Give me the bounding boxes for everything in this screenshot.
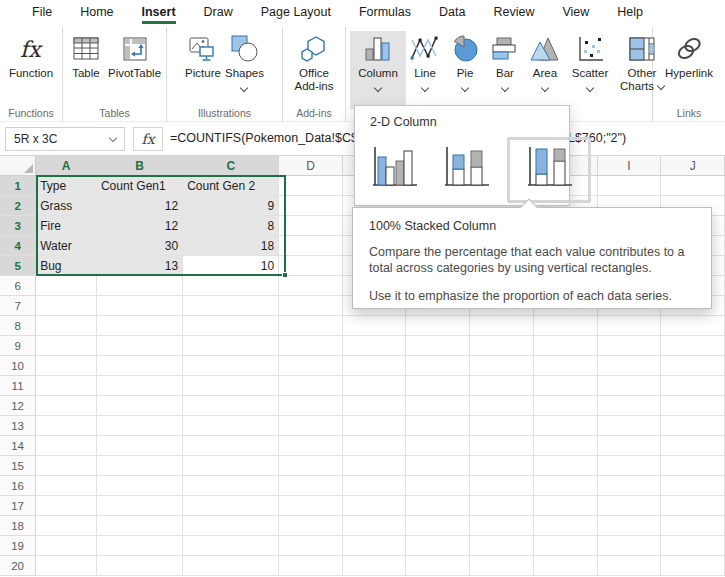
picture-button[interactable]: Picture [183, 31, 223, 107]
cell-C11[interactable] [183, 376, 279, 396]
tab-formulas[interactable]: Formulas [345, 0, 425, 21]
cell-G19[interactable] [470, 536, 534, 556]
cell-D18[interactable] [279, 516, 343, 536]
row-header-7[interactable]: 7 [0, 296, 36, 316]
cell-C8[interactable] [183, 316, 279, 336]
cell-E10[interactable] [343, 356, 407, 376]
cell-B13[interactable] [97, 416, 183, 436]
cell-A18[interactable] [36, 516, 97, 536]
cell-A16[interactable] [36, 476, 97, 496]
area-chart-button[interactable]: Area [524, 31, 566, 107]
line-chart-button[interactable]: Line [406, 31, 444, 107]
cell-E14[interactable] [343, 436, 407, 456]
column-chart-button[interactable]: Column [350, 31, 406, 109]
cell-B19[interactable] [97, 536, 183, 556]
cell-C1[interactable]: Count Gen 2 [183, 176, 279, 196]
cell-F11[interactable] [406, 376, 470, 396]
cell-D17[interactable] [279, 496, 343, 516]
cell-C20[interactable] [183, 556, 279, 576]
cell-A11[interactable] [36, 376, 97, 396]
cell-B11[interactable] [97, 376, 183, 396]
cell-F20[interactable] [406, 556, 470, 576]
cell-I16[interactable] [598, 476, 662, 496]
cell-F12[interactable] [406, 396, 470, 416]
row-header-4[interactable]: 4 [0, 236, 36, 256]
function-button[interactable]: fx Function [7, 31, 55, 107]
pie-chart-button[interactable]: Pie [444, 31, 486, 107]
cell-B18[interactable] [97, 516, 183, 536]
cell-E11[interactable] [343, 376, 407, 396]
cell-F8[interactable] [406, 316, 470, 336]
cell-H9[interactable] [534, 336, 598, 356]
cell-H14[interactable] [534, 436, 598, 456]
cell-D1[interactable] [279, 176, 343, 196]
cell-G11[interactable] [470, 376, 534, 396]
cell-B10[interactable] [97, 356, 183, 376]
cell-D10[interactable] [279, 356, 343, 376]
cell-F10[interactable] [406, 356, 470, 376]
row-header-9[interactable]: 9 [0, 336, 36, 356]
cell-H18[interactable] [534, 516, 598, 536]
cell-I17[interactable] [598, 496, 662, 516]
row-header-15[interactable]: 15 [0, 456, 36, 476]
cell-F15[interactable] [406, 456, 470, 476]
column-header-A[interactable]: A [36, 156, 97, 176]
cell-B1[interactable]: Count Gen1 [97, 176, 183, 196]
cell-D20[interactable] [279, 556, 343, 576]
cell-J11[interactable] [661, 376, 725, 396]
cell-C19[interactable] [183, 536, 279, 556]
cell-I11[interactable] [598, 376, 662, 396]
cell-B15[interactable] [97, 456, 183, 476]
row-header-18[interactable]: 18 [0, 516, 36, 536]
column-header-C[interactable]: C [183, 156, 279, 176]
hyperlink-button[interactable]: Hyperlink [657, 31, 721, 107]
cell-D16[interactable] [279, 476, 343, 496]
cell-B4[interactable]: 30 [97, 236, 183, 256]
cell-H19[interactable] [534, 536, 598, 556]
cell-E8[interactable] [343, 316, 407, 336]
100-stacked-column-option[interactable] [507, 137, 591, 203]
cell-A10[interactable] [36, 356, 97, 376]
formula-input[interactable]: =COUNTIFS(Pokemon_Data!$C$ [170, 131, 358, 145]
cell-C6[interactable] [183, 276, 279, 296]
cell-B17[interactable] [97, 496, 183, 516]
cell-H17[interactable] [534, 496, 598, 516]
cell-B6[interactable] [97, 276, 183, 296]
cell-J1[interactable] [661, 176, 725, 196]
cell-F13[interactable] [406, 416, 470, 436]
cell-A8[interactable] [36, 316, 97, 336]
cell-D3[interactable] [279, 216, 343, 236]
cell-F14[interactable] [406, 436, 470, 456]
cell-A14[interactable] [36, 436, 97, 456]
cell-G8[interactable] [470, 316, 534, 336]
cell-C14[interactable] [183, 436, 279, 456]
cell-J17[interactable] [661, 496, 725, 516]
cell-A1[interactable]: Type [36, 176, 97, 196]
cell-D12[interactable] [279, 396, 343, 416]
tab-review[interactable]: Review [479, 0, 548, 21]
cell-F19[interactable] [406, 536, 470, 556]
cell-F16[interactable] [406, 476, 470, 496]
cell-B16[interactable] [97, 476, 183, 496]
cell-C18[interactable] [183, 516, 279, 536]
cell-H15[interactable] [534, 456, 598, 476]
cell-A20[interactable] [36, 556, 97, 576]
cell-B14[interactable] [97, 436, 183, 456]
cell-C9[interactable] [183, 336, 279, 356]
row-header-17[interactable]: 17 [0, 496, 36, 516]
cell-J12[interactable] [661, 396, 725, 416]
cell-B8[interactable] [97, 316, 183, 336]
row-header-12[interactable]: 12 [0, 396, 36, 416]
cell-J18[interactable] [661, 516, 725, 536]
cell-I14[interactable] [598, 436, 662, 456]
row-header-1[interactable]: 1 [0, 176, 36, 196]
cell-B7[interactable] [97, 296, 183, 316]
cell-B9[interactable] [97, 336, 183, 356]
cell-I8[interactable] [598, 316, 662, 336]
cell-D2[interactable] [279, 196, 343, 216]
cell-E9[interactable] [343, 336, 407, 356]
tab-view[interactable]: View [548, 0, 603, 21]
cell-A15[interactable] [36, 456, 97, 476]
tab-page-layout[interactable]: Page Layout [247, 0, 345, 21]
table-button[interactable]: Table [66, 31, 106, 107]
